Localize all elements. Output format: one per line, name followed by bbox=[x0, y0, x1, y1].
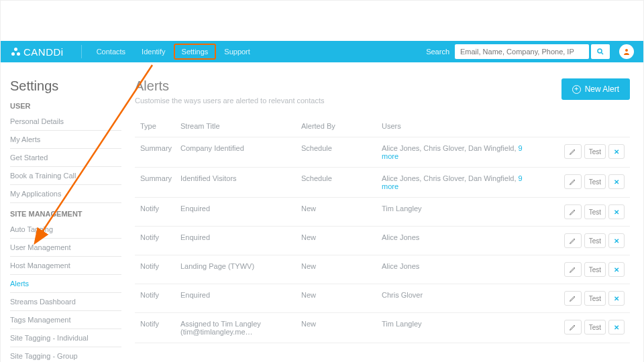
sidebar-item-auto-tagging[interactable]: Auto Tagging bbox=[10, 221, 121, 239]
nav-contacts[interactable]: Contacts bbox=[89, 44, 133, 60]
table-row: NotifyEnquiredNewAlice Jones Test✕ bbox=[135, 227, 630, 255]
edit-button[interactable] bbox=[564, 174, 582, 189]
cell-stream-title: Enquired bbox=[180, 291, 301, 299]
top-strip bbox=[1, 1, 643, 41]
cell-actions: Test✕ bbox=[537, 320, 625, 335]
close-icon: ✕ bbox=[614, 295, 619, 302]
test-button[interactable]: Test bbox=[584, 233, 606, 248]
cell-alerted-by: New bbox=[301, 320, 382, 328]
cell-stream-title: Enquired bbox=[180, 204, 301, 213]
table-row: NotifyLanding Page (TYWV)NewAlice Jones … bbox=[135, 255, 630, 284]
edit-button[interactable] bbox=[564, 233, 582, 248]
nav-settings[interactable]: Settings bbox=[174, 44, 217, 60]
cell-type: Notify bbox=[140, 233, 180, 241]
divider bbox=[81, 45, 82, 58]
search-button[interactable] bbox=[591, 44, 610, 59]
cell-alerted-by: Schedule bbox=[301, 144, 382, 152]
sidebar-item-my-applications[interactable]: My Applications bbox=[10, 185, 121, 203]
test-button[interactable]: Test bbox=[584, 291, 606, 306]
cell-users: Chris Glover bbox=[382, 291, 537, 299]
avatar[interactable] bbox=[619, 44, 634, 59]
pencil-icon bbox=[569, 237, 577, 245]
cell-stream-title: Identified Visitors bbox=[180, 174, 301, 182]
table-row: NotifyAssigned to Tim Langley (tim@timla… bbox=[135, 313, 630, 343]
pencil-icon bbox=[569, 323, 577, 331]
cell-actions: Test✕ bbox=[537, 174, 625, 189]
edit-button[interactable] bbox=[564, 262, 582, 277]
close-icon: ✕ bbox=[614, 148, 619, 156]
col-head-stream-title: Stream Title bbox=[180, 122, 301, 130]
test-button[interactable]: Test bbox=[584, 144, 606, 159]
cell-actions: Test✕ bbox=[537, 204, 625, 219]
sidebar-item-host-management[interactable]: Host Management bbox=[10, 257, 121, 275]
app-frame: CANDDi Contacts Identify Settings Suppor… bbox=[0, 0, 644, 362]
logo[interactable]: CANDDi bbox=[10, 46, 64, 58]
cell-stream-title: Enquired bbox=[180, 233, 301, 241]
cell-users: Alice Jones bbox=[382, 262, 537, 270]
test-button[interactable]: Test bbox=[584, 174, 606, 189]
sidebar-item-site-tagging-group[interactable]: Site Tagging - Group bbox=[10, 347, 121, 362]
table-row: NotifyEnquiredNewChris Glover Test✕ bbox=[135, 284, 630, 313]
sidebar-item-book-training[interactable]: Book a Training Call bbox=[10, 167, 121, 185]
svg-point-2 bbox=[625, 49, 628, 52]
search-input[interactable] bbox=[455, 44, 589, 59]
test-button[interactable]: Test bbox=[584, 262, 606, 277]
new-alert-label: New Alert bbox=[585, 84, 619, 94]
col-head-type: Type bbox=[140, 122, 180, 130]
delete-button[interactable]: ✕ bbox=[608, 233, 625, 248]
main-title: Alerts bbox=[135, 78, 324, 94]
close-icon: ✕ bbox=[614, 178, 619, 186]
delete-button[interactable]: ✕ bbox=[608, 174, 625, 189]
cell-users: Alice Jones, Chris Glover, Dan Wingfield… bbox=[382, 144, 537, 160]
sidebar-item-user-management[interactable]: User Management bbox=[10, 239, 121, 257]
new-alert-button[interactable]: + New Alert bbox=[561, 78, 630, 100]
table-row: NotifyEnquiredNewTim Langley Test✕ bbox=[135, 198, 630, 227]
page-title: Settings bbox=[10, 78, 121, 94]
cell-type: Summary bbox=[140, 174, 180, 182]
cell-users: Alice Jones, Chris Glover, Dan Wingfield… bbox=[382, 174, 537, 190]
test-button[interactable]: Test bbox=[584, 320, 606, 335]
sidebar-item-my-alerts[interactable]: My Alerts bbox=[10, 131, 121, 149]
cell-stream-title: Assigned to Tim Langley (tim@timlangley.… bbox=[180, 320, 301, 336]
edit-button[interactable] bbox=[564, 320, 582, 335]
delete-button[interactable]: ✕ bbox=[608, 204, 625, 219]
cell-type: Notify bbox=[140, 204, 180, 213]
sidebar-item-alerts[interactable]: Alerts bbox=[10, 275, 121, 293]
nav-identify[interactable]: Identify bbox=[133, 44, 173, 60]
close-icon: ✕ bbox=[614, 266, 619, 274]
sidebar: Settings USER Personal Details My Alerts… bbox=[1, 62, 121, 362]
sidebar-section-user: USER bbox=[10, 102, 121, 110]
cell-alerted-by: New bbox=[301, 262, 382, 270]
users-more-link[interactable]: 9 more bbox=[382, 174, 523, 190]
users-more-link[interactable]: 9 more bbox=[382, 144, 523, 160]
delete-button[interactable]: ✕ bbox=[608, 144, 625, 159]
cell-type: Notify bbox=[140, 291, 180, 299]
search-box bbox=[455, 44, 610, 59]
sidebar-item-get-started[interactable]: Get Started bbox=[10, 149, 121, 167]
sidebar-item-site-tagging-individual[interactable]: Site Tagging - Individual bbox=[10, 329, 121, 347]
edit-button[interactable] bbox=[564, 291, 582, 306]
cell-alerted-by: Schedule bbox=[301, 174, 382, 182]
delete-button[interactable]: ✕ bbox=[608, 291, 625, 306]
sidebar-item-personal-details[interactable]: Personal Details bbox=[10, 113, 121, 131]
sidebar-item-streams-dashboard[interactable]: Streams Dashboard bbox=[10, 293, 121, 311]
nav-support[interactable]: Support bbox=[216, 44, 258, 60]
cell-type: Summary bbox=[140, 144, 180, 152]
col-head-alerted-by: Alerted By bbox=[301, 122, 382, 130]
delete-button[interactable]: ✕ bbox=[608, 320, 625, 335]
body: Settings USER Personal Details My Alerts… bbox=[1, 62, 643, 362]
cell-users: Alice Jones bbox=[382, 233, 537, 241]
cell-stream-title: Company Identified bbox=[180, 144, 301, 152]
edit-button[interactable] bbox=[564, 144, 582, 159]
sidebar-item-tags-management[interactable]: Tags Management bbox=[10, 311, 121, 329]
cell-actions: Test✕ bbox=[537, 262, 625, 277]
svg-line-1 bbox=[602, 53, 604, 55]
test-button[interactable]: Test bbox=[584, 204, 606, 219]
delete-button[interactable]: ✕ bbox=[608, 262, 625, 277]
cell-alerted-by: New bbox=[301, 233, 382, 241]
header-bar: CANDDi Contacts Identify Settings Suppor… bbox=[1, 41, 643, 62]
search-label: Search bbox=[426, 48, 449, 56]
edit-button[interactable] bbox=[564, 204, 582, 219]
cell-alerted-by: New bbox=[301, 204, 382, 213]
svg-point-0 bbox=[598, 49, 602, 53]
